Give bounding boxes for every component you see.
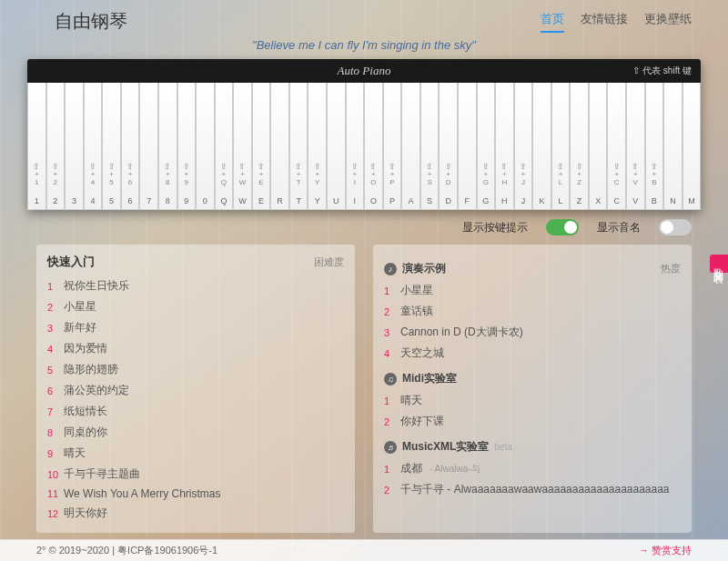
song-item[interactable]: 12明天你好 bbox=[47, 503, 344, 524]
song-item[interactable]: 4天空之城 bbox=[384, 343, 681, 364]
toggle-show-keys[interactable] bbox=[546, 219, 579, 235]
white-key-1[interactable]: ⇧+11 bbox=[27, 83, 46, 210]
song-item[interactable]: 1成都- Alwalwa-与 bbox=[384, 458, 681, 479]
white-key-S[interactable]: ⇧+SS bbox=[420, 83, 440, 210]
white-key-P[interactable]: ⇧+PP bbox=[383, 83, 402, 210]
white-key-F[interactable]: F bbox=[458, 83, 477, 210]
white-key-H[interactable]: ⇧+HH bbox=[495, 83, 514, 210]
song-item[interactable]: 2你好下课 bbox=[384, 411, 681, 432]
white-key-X[interactable]: X bbox=[589, 83, 608, 210]
tagline: "Believe me I can fly I'm singing in the… bbox=[0, 38, 728, 52]
section-icon: ♬ bbox=[384, 441, 397, 454]
white-key-K[interactable]: K bbox=[532, 83, 551, 210]
white-key-2[interactable]: ⇧+22 bbox=[46, 83, 66, 210]
white-key-W[interactable]: ⇧+WW bbox=[233, 83, 252, 210]
keyboard: ⇧+11⇧+223⇧+44⇧+55⇧+667⇧+88⇧+990⇧+QQ⇧+WW⇧… bbox=[27, 83, 701, 210]
piano-brand: Auto Piano bbox=[338, 64, 391, 78]
quickstart-panel: 快速入门 困难度 1祝你生日快乐2小星星3新年好4因为爱情5隐形的翅膀6蒲公英的… bbox=[36, 245, 355, 533]
section-icon: ♪ bbox=[384, 263, 397, 275]
song-item[interactable]: 3新年好 bbox=[47, 317, 344, 338]
section-title: 演奏示例 bbox=[402, 261, 446, 276]
song-item[interactable]: 4因为爱情 bbox=[47, 338, 344, 359]
song-item[interactable]: 1小星星 bbox=[384, 280, 681, 301]
song-item[interactable]: 1祝你生日快乐 bbox=[47, 275, 344, 296]
shift-hint: ⇧ 代表 shift 键 bbox=[632, 65, 692, 77]
white-key-M[interactable]: M bbox=[682, 83, 702, 210]
white-key-V[interactable]: ⇧+VV bbox=[626, 83, 645, 210]
quickstart-title: 快速入门 bbox=[47, 254, 95, 270]
song-item[interactable]: 10千与千寻主题曲 bbox=[47, 464, 344, 485]
app-logo: 自由钢琴 bbox=[55, 9, 127, 34]
section-title: MusicXML实验室 bbox=[402, 439, 489, 455]
toggle-keys-label: 显示按键提示 bbox=[462, 220, 528, 235]
white-key-7[interactable]: 7 bbox=[139, 83, 158, 210]
white-key-9[interactable]: ⇧+99 bbox=[177, 83, 197, 210]
song-list-tab[interactable]: 歌曲列表 bbox=[710, 255, 728, 273]
white-key-5[interactable]: ⇧+55 bbox=[102, 83, 121, 210]
toggle-show-notes[interactable] bbox=[659, 219, 692, 235]
white-key-E[interactable]: ⇧+EE bbox=[252, 83, 271, 210]
white-key-G[interactable]: ⇧+GG bbox=[477, 83, 496, 210]
song-item[interactable]: 6蒲公英的约定 bbox=[47, 380, 344, 401]
white-key-C[interactable]: ⇧+CC bbox=[607, 83, 626, 210]
nav-bar: 首页友情链接更换壁纸 bbox=[541, 11, 692, 33]
section-title: Midi实验室 bbox=[402, 371, 457, 386]
song-item[interactable]: 2千与千寻 - Alwaaaaaaawaawaaaaaaaaaaaaaaaaaa… bbox=[384, 479, 681, 500]
song-item[interactable]: 5隐形的翅膀 bbox=[47, 359, 344, 380]
song-item[interactable]: 1晴天 bbox=[384, 390, 681, 411]
white-key-0[interactable]: 0 bbox=[196, 83, 215, 210]
song-item[interactable]: 7纸短情长 bbox=[47, 401, 344, 422]
white-key-D[interactable]: ⇧+DD bbox=[439, 83, 458, 210]
white-key-4[interactable]: ⇧+44 bbox=[84, 83, 103, 210]
white-key-I[interactable]: ⇧+II bbox=[346, 83, 365, 210]
sponsor-link[interactable]: → 赞赏支持 bbox=[639, 544, 692, 557]
white-key-U[interactable]: U bbox=[327, 83, 346, 210]
white-key-J[interactable]: ⇧+JJ bbox=[514, 83, 533, 210]
section-icon: ♫ bbox=[384, 373, 397, 386]
white-key-Z[interactable]: ⇧+ZZ bbox=[570, 83, 589, 210]
white-key-R[interactable]: R bbox=[270, 83, 289, 210]
toggle-notes-label: 显示音名 bbox=[597, 220, 641, 235]
difficulty-label: 困难度 bbox=[314, 255, 344, 269]
examples-panel: ♪演奏示例热度1小星星2童话镇3Cannon in D (D大调卡农)4天空之城… bbox=[373, 245, 692, 533]
white-key-Y[interactable]: ⇧+YY bbox=[308, 83, 327, 210]
song-item[interactable]: 3Cannon in D (D大调卡农) bbox=[384, 322, 681, 343]
white-key-Q[interactable]: ⇧+QQ bbox=[215, 83, 234, 210]
white-key-B[interactable]: ⇧+BB bbox=[645, 83, 664, 210]
white-key-6[interactable]: ⇧+66 bbox=[121, 83, 140, 210]
white-key-N[interactable]: N bbox=[663, 83, 682, 210]
white-key-T[interactable]: ⇧+TT bbox=[289, 83, 308, 210]
white-key-3[interactable]: 3 bbox=[65, 83, 84, 210]
song-item[interactable]: 2童话镇 bbox=[384, 301, 681, 322]
nav-首页[interactable]: 首页 bbox=[541, 11, 564, 33]
white-key-L[interactable]: ⇧+LL bbox=[551, 83, 571, 210]
song-item[interactable]: 2小星星 bbox=[47, 296, 344, 317]
song-item[interactable]: 11We Wish You A Merry Christmas bbox=[47, 485, 344, 503]
white-key-A[interactable]: A bbox=[401, 83, 420, 210]
song-item[interactable]: 9晴天 bbox=[47, 443, 344, 464]
copyright: 2° © 2019~2020 | 粤ICP备19061906号-1 bbox=[36, 544, 217, 557]
piano: Auto Piano ⇧ 代表 shift 键 ⇧+11⇧+223⇧+44⇧+5… bbox=[27, 59, 701, 210]
white-key-8[interactable]: ⇧+88 bbox=[158, 83, 177, 210]
white-key-O[interactable]: ⇧+OO bbox=[364, 83, 383, 210]
nav-友情链接[interactable]: 友情链接 bbox=[581, 11, 628, 33]
song-item[interactable]: 8同桌的你 bbox=[47, 422, 344, 443]
nav-更换壁纸[interactable]: 更换壁纸 bbox=[644, 11, 692, 33]
